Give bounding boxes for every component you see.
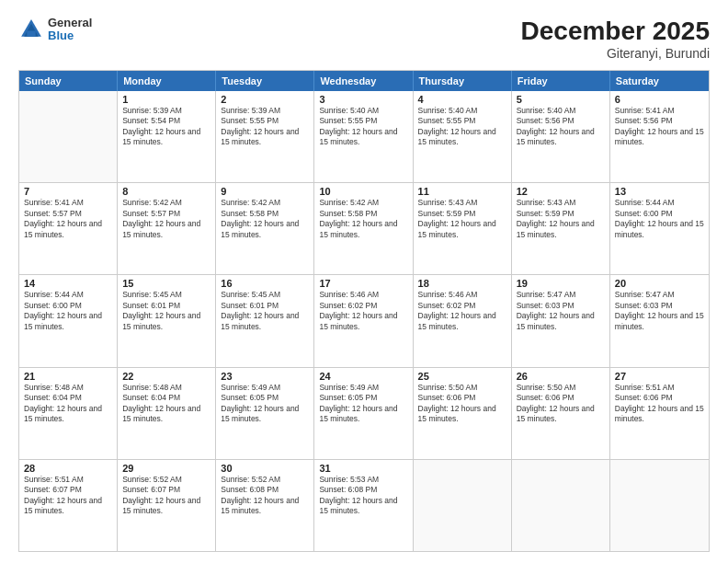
cell-info: Sunrise: 5:42 AMSunset: 5:57 PMDaylight:… xyxy=(122,198,210,240)
day-number: 25 xyxy=(418,371,506,382)
logo-line1: General xyxy=(48,17,92,29)
day-number: 5 xyxy=(517,94,605,105)
calendar-cell: 7Sunrise: 5:41 AMSunset: 5:57 PMDaylight… xyxy=(19,183,118,274)
header-day-wednesday: Wednesday xyxy=(314,71,413,91)
cell-info: Sunrise: 5:42 AMSunset: 5:58 PMDaylight:… xyxy=(221,198,309,240)
day-number: 10 xyxy=(319,186,407,197)
cell-info: Sunrise: 5:51 AMSunset: 6:06 PMDaylight:… xyxy=(615,383,704,425)
day-number: 7 xyxy=(24,186,112,197)
day-number: 27 xyxy=(615,371,704,382)
header-day-tuesday: Tuesday xyxy=(216,71,314,91)
day-number: 9 xyxy=(221,186,309,197)
cell-info: Sunrise: 5:41 AMSunset: 5:57 PMDaylight:… xyxy=(24,198,112,240)
day-number: 13 xyxy=(615,186,704,197)
day-number: 17 xyxy=(319,278,407,289)
cell-info: Sunrise: 5:45 AMSunset: 6:01 PMDaylight:… xyxy=(122,290,210,332)
day-number: 4 xyxy=(418,94,506,105)
calendar-cell: 12Sunrise: 5:43 AMSunset: 5:59 PMDayligh… xyxy=(512,183,610,274)
calendar-cell xyxy=(610,460,709,551)
day-number: 16 xyxy=(221,278,309,289)
day-number: 28 xyxy=(24,463,112,474)
calendar-cell: 22Sunrise: 5:48 AMSunset: 6:04 PMDayligh… xyxy=(118,368,216,459)
day-number: 20 xyxy=(615,278,704,289)
day-number: 3 xyxy=(319,94,407,105)
logo-icon xyxy=(18,17,44,42)
cell-info: Sunrise: 5:47 AMSunset: 6:03 PMDaylight:… xyxy=(615,290,704,332)
calendar-cell: 27Sunrise: 5:51 AMSunset: 6:06 PMDayligh… xyxy=(610,368,709,459)
calendar-week-4: 21Sunrise: 5:48 AMSunset: 6:04 PMDayligh… xyxy=(19,368,709,460)
calendar-cell: 17Sunrise: 5:46 AMSunset: 6:02 PMDayligh… xyxy=(314,275,413,366)
cell-info: Sunrise: 5:51 AMSunset: 6:07 PMDaylight:… xyxy=(24,475,112,517)
day-number: 2 xyxy=(221,94,309,105)
day-number: 1 xyxy=(122,94,210,105)
page: General Blue December 2025 Giteranyi, Bu… xyxy=(0,0,728,563)
cell-info: Sunrise: 5:46 AMSunset: 6:02 PMDaylight:… xyxy=(319,290,407,332)
calendar-cell: 24Sunrise: 5:49 AMSunset: 6:05 PMDayligh… xyxy=(314,368,413,459)
cell-info: Sunrise: 5:50 AMSunset: 6:06 PMDaylight:… xyxy=(517,383,605,425)
calendar-cell: 6Sunrise: 5:41 AMSunset: 5:56 PMDaylight… xyxy=(610,91,709,182)
logo: General Blue xyxy=(18,17,92,43)
calendar-cell: 25Sunrise: 5:50 AMSunset: 6:06 PMDayligh… xyxy=(414,368,512,459)
day-number: 15 xyxy=(122,278,210,289)
calendar-cell: 9Sunrise: 5:42 AMSunset: 5:58 PMDaylight… xyxy=(216,183,314,274)
calendar-cell: 11Sunrise: 5:43 AMSunset: 5:59 PMDayligh… xyxy=(414,183,512,274)
cell-info: Sunrise: 5:44 AMSunset: 6:00 PMDaylight:… xyxy=(615,198,704,240)
day-number: 12 xyxy=(517,186,605,197)
calendar-cell: 20Sunrise: 5:47 AMSunset: 6:03 PMDayligh… xyxy=(610,275,709,366)
calendar-week-3: 14Sunrise: 5:44 AMSunset: 6:00 PMDayligh… xyxy=(19,275,709,367)
calendar-cell: 4Sunrise: 5:40 AMSunset: 5:55 PMDaylight… xyxy=(414,91,512,182)
calendar-cell: 14Sunrise: 5:44 AMSunset: 6:00 PMDayligh… xyxy=(19,275,118,366)
day-number: 18 xyxy=(418,278,506,289)
cell-info: Sunrise: 5:39 AMSunset: 5:55 PMDaylight:… xyxy=(221,106,309,148)
calendar-week-1: 1Sunrise: 5:39 AMSunset: 5:54 PMDaylight… xyxy=(19,91,709,183)
cell-info: Sunrise: 5:50 AMSunset: 6:06 PMDaylight:… xyxy=(418,383,506,425)
cell-info: Sunrise: 5:40 AMSunset: 5:56 PMDaylight:… xyxy=(517,106,605,148)
calendar-cell: 30Sunrise: 5:52 AMSunset: 6:08 PMDayligh… xyxy=(216,460,314,551)
calendar-cell: 18Sunrise: 5:46 AMSunset: 6:02 PMDayligh… xyxy=(414,275,512,366)
cell-info: Sunrise: 5:42 AMSunset: 5:58 PMDaylight:… xyxy=(319,198,407,240)
calendar-cell: 2Sunrise: 5:39 AMSunset: 5:55 PMDaylight… xyxy=(216,91,314,182)
cell-info: Sunrise: 5:45 AMSunset: 6:01 PMDaylight:… xyxy=(221,290,309,332)
cell-info: Sunrise: 5:39 AMSunset: 5:54 PMDaylight:… xyxy=(122,106,210,148)
calendar-cell: 29Sunrise: 5:52 AMSunset: 6:07 PMDayligh… xyxy=(118,460,216,551)
day-number: 31 xyxy=(319,463,407,474)
cell-info: Sunrise: 5:52 AMSunset: 6:07 PMDaylight:… xyxy=(122,475,210,517)
calendar-header: SundayMondayTuesdayWednesdayThursdayFrid… xyxy=(19,71,709,91)
calendar-cell: 1Sunrise: 5:39 AMSunset: 5:54 PMDaylight… xyxy=(118,91,216,182)
calendar-cell: 28Sunrise: 5:51 AMSunset: 6:07 PMDayligh… xyxy=(19,460,118,551)
location: Giteranyi, Burundi xyxy=(521,46,710,61)
day-number: 6 xyxy=(615,94,704,105)
logo-text: General Blue xyxy=(48,17,92,43)
calendar-cell: 10Sunrise: 5:42 AMSunset: 5:58 PMDayligh… xyxy=(314,183,413,274)
calendar-cell: 5Sunrise: 5:40 AMSunset: 5:56 PMDaylight… xyxy=(512,91,610,182)
day-number: 14 xyxy=(24,278,112,289)
day-number: 22 xyxy=(122,371,210,382)
day-number: 24 xyxy=(319,371,407,382)
header-day-saturday: Saturday xyxy=(610,71,709,91)
header-day-sunday: Sunday xyxy=(19,71,118,91)
cell-info: Sunrise: 5:43 AMSunset: 5:59 PMDaylight:… xyxy=(517,198,605,240)
calendar-cell: 26Sunrise: 5:50 AMSunset: 6:06 PMDayligh… xyxy=(512,368,610,459)
cell-info: Sunrise: 5:49 AMSunset: 6:05 PMDaylight:… xyxy=(319,383,407,425)
cell-info: Sunrise: 5:52 AMSunset: 6:08 PMDaylight:… xyxy=(221,475,309,517)
cell-info: Sunrise: 5:40 AMSunset: 5:55 PMDaylight:… xyxy=(319,106,407,148)
logo-line2: Blue xyxy=(48,29,92,42)
header-day-monday: Monday xyxy=(118,71,216,91)
calendar-cell: 21Sunrise: 5:48 AMSunset: 6:04 PMDayligh… xyxy=(19,368,118,459)
title-block: December 2025 Giteranyi, Burundi xyxy=(521,17,710,61)
day-number: 23 xyxy=(221,371,309,382)
calendar-cell: 13Sunrise: 5:44 AMSunset: 6:00 PMDayligh… xyxy=(610,183,709,274)
calendar-cell xyxy=(512,460,610,551)
calendar-week-5: 28Sunrise: 5:51 AMSunset: 6:07 PMDayligh… xyxy=(19,460,709,551)
calendar-cell: 8Sunrise: 5:42 AMSunset: 5:57 PMDaylight… xyxy=(118,183,216,274)
day-number: 8 xyxy=(122,186,210,197)
header: General Blue December 2025 Giteranyi, Bu… xyxy=(18,17,710,61)
calendar-cell: 3Sunrise: 5:40 AMSunset: 5:55 PMDaylight… xyxy=(314,91,413,182)
cell-info: Sunrise: 5:53 AMSunset: 6:08 PMDaylight:… xyxy=(319,475,407,517)
calendar-cell: 23Sunrise: 5:49 AMSunset: 6:05 PMDayligh… xyxy=(216,368,314,459)
cell-info: Sunrise: 5:48 AMSunset: 6:04 PMDaylight:… xyxy=(24,383,112,425)
calendar-cell xyxy=(19,91,118,182)
day-number: 29 xyxy=(122,463,210,474)
cell-info: Sunrise: 5:47 AMSunset: 6:03 PMDaylight:… xyxy=(517,290,605,332)
day-number: 11 xyxy=(418,186,506,197)
